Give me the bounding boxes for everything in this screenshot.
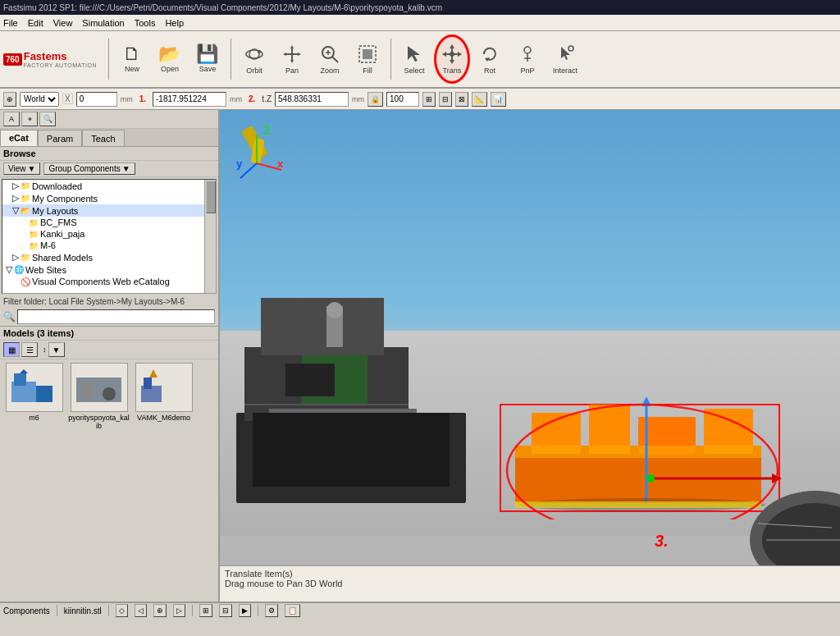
model-view-btn1[interactable]: ▦ xyxy=(3,342,20,357)
svg-rect-46 xyxy=(261,298,384,355)
bottom-nav-btn2[interactable]: ◁ xyxy=(135,604,147,617)
orbit-icon xyxy=(244,43,265,65)
tree-scroll-thumb[interactable] xyxy=(206,181,216,213)
title-text: Fastsimu 2012 SP1: file:///C:/Users/Petr… xyxy=(3,3,442,12)
tree-item-m6[interactable]: 📁 M-6 xyxy=(2,240,216,251)
tab-ecat[interactable]: eCat xyxy=(0,130,38,146)
menu-edit[interactable]: Edit xyxy=(28,18,43,28)
trans-button[interactable]: Trans xyxy=(434,34,470,84)
zoom-button[interactable]: Zoom xyxy=(312,34,348,84)
tree-scrollbar[interactable] xyxy=(204,180,216,293)
toolbar-separator xyxy=(108,39,109,80)
interact-label: Interact xyxy=(553,66,578,75)
svg-rect-12 xyxy=(363,49,372,59)
viewport[interactable]: Z y x xyxy=(220,110,840,602)
tree-item-mycomponents[interactable]: ▷ 📁 My Components xyxy=(2,192,216,204)
tab-teach[interactable]: Teach xyxy=(82,130,124,146)
menu-view[interactable]: View xyxy=(53,18,73,28)
logo-name: Fastems xyxy=(24,50,97,62)
coord-bar: ⊕ World X mm 1. mm 2. t.Z mm 🔒 ⊞ ⊟ ⊠ 📐 📊 xyxy=(0,89,840,110)
coord-tool5[interactable]: 📊 xyxy=(491,92,506,107)
snap-button[interactable]: ⊕ xyxy=(3,92,16,107)
pan-button[interactable]: Pan xyxy=(274,34,310,84)
filter-input[interactable] xyxy=(17,309,215,324)
interact-button[interactable]: Interact xyxy=(547,34,583,84)
tree-item-mylayouts[interactable]: ▽ 📂 My Layouts xyxy=(2,204,216,217)
orbit-button[interactable]: Orbit xyxy=(236,34,272,84)
svg-text:Z: Z xyxy=(263,124,271,137)
menu-file[interactable]: File xyxy=(3,18,18,28)
z-coord-input[interactable] xyxy=(275,92,349,107)
tree-label-catalog: Visual Components Web eCatalog xyxy=(32,277,170,286)
svg-text:x: x xyxy=(277,158,284,170)
coord-tool3[interactable]: ⊠ xyxy=(455,92,468,107)
panel-btn3[interactable]: 🔍 xyxy=(39,112,56,126)
svg-marker-5 xyxy=(283,53,286,56)
group-dropdown[interactable]: Group Components ▼ xyxy=(43,162,135,175)
fill-button[interactable]: Fill xyxy=(349,34,386,84)
bottom-nav-btn4[interactable]: ▷ xyxy=(173,604,185,617)
model-view-btn2[interactable]: ☰ xyxy=(21,342,38,357)
coord-mode-select[interactable]: World xyxy=(20,92,59,107)
bottom-tool-btn3[interactable]: ▶ xyxy=(239,604,251,617)
x-coord-input[interactable] xyxy=(76,92,117,107)
menu-help[interactable]: Help xyxy=(165,18,184,28)
pct-input[interactable] xyxy=(386,92,419,107)
sort-label: ↕ xyxy=(43,345,47,354)
model-item-m6[interactable]: m6 xyxy=(3,363,65,430)
rot-button[interactable]: Rot xyxy=(472,34,508,84)
title-bar: Fastsimu 2012 SP1: file:///C:/Users/Petr… xyxy=(0,0,840,15)
menu-simulation[interactable]: Simulation xyxy=(82,18,124,28)
svg-point-22 xyxy=(524,47,531,53)
coord-tool2[interactable]: ⊟ xyxy=(439,92,452,107)
svg-point-32 xyxy=(103,387,116,400)
bottom-extra-btn2[interactable]: 📋 xyxy=(285,604,300,617)
bottom-tool-btn2[interactable]: ⊟ xyxy=(219,604,232,617)
bottom-extra-btn1[interactable]: ⚙ xyxy=(265,604,278,617)
coord-lock-button[interactable]: 🔒 xyxy=(368,92,383,107)
tree-item-shared[interactable]: ▷ 📁 Shared Models xyxy=(2,251,216,263)
bottom-bar: Components kiinnitin.stl ◇ ◁ ⊕ ▷ ⊞ ⊟ ▶ ⚙… xyxy=(0,602,840,618)
folder-icon: 📁 xyxy=(21,181,30,190)
search-icon: 🔍 xyxy=(3,311,16,323)
rot-icon xyxy=(479,43,500,65)
open-button[interactable]: 📂 Open xyxy=(152,34,188,84)
model-item-vamk[interactable]: VAMK_M6demo xyxy=(133,363,194,430)
coord-tool4[interactable]: 📐 xyxy=(472,92,487,107)
expand-icon: ▷ xyxy=(12,181,19,191)
view-dropdown[interactable]: View ▼ xyxy=(3,162,40,175)
sort-btn[interactable]: ▼ xyxy=(48,342,65,357)
trans-label: Trans xyxy=(443,66,462,75)
svg-marker-16 xyxy=(450,44,454,48)
menu-tools[interactable]: Tools xyxy=(135,18,156,28)
tree-item-bcfms[interactable]: 📁 BC_FMS xyxy=(2,217,216,228)
select-button[interactable]: Select xyxy=(396,34,432,84)
status-area: Translate Item(s) Drag mouse to Pan 3D W… xyxy=(220,565,840,602)
bottom-tool-btn1[interactable]: ⊞ xyxy=(199,604,212,617)
y-coord-input[interactable] xyxy=(153,92,226,107)
pan-icon xyxy=(281,43,303,65)
bottom-nav-btn1[interactable]: ◇ xyxy=(116,604,128,617)
pnp-button[interactable]: PnP xyxy=(509,34,546,84)
tree-item-websitesroot[interactable]: ▽ 🌐 Web Sites xyxy=(2,263,216,276)
sort-controls: ↕ ▼ xyxy=(43,342,65,357)
svg-marker-6 xyxy=(298,53,301,56)
model-item-pyority[interactable]: pyorityspoyota_kalib xyxy=(68,363,130,430)
pnp-label: PnP xyxy=(520,66,534,75)
svg-marker-19 xyxy=(458,52,462,57)
left-panel: A ⌖ 🔍 eCat Param Teach Browse View ▼ xyxy=(0,110,220,602)
save-button[interactable]: 💾 Save xyxy=(189,34,226,84)
coord-tool1[interactable]: ⊞ xyxy=(422,92,436,107)
tab-param[interactable]: Param xyxy=(38,130,82,146)
panel-btn2[interactable]: ⌖ xyxy=(21,112,38,126)
annotation-2: 2. xyxy=(249,94,255,103)
tree-item-kankipaja[interactable]: 📁 Kanki_paja xyxy=(2,228,216,240)
panel-btn1[interactable]: A xyxy=(3,112,20,126)
annotation-3-label: 3. xyxy=(655,532,669,551)
bottom-nav-btn3[interactable]: ⊕ xyxy=(153,604,167,617)
svg-rect-34 xyxy=(144,377,152,389)
tree-item-downloaded[interactable]: ▷ 📁 Downloaded xyxy=(2,180,216,192)
tree-item-webcatalog[interactable]: 🚫 Visual Components Web eCatalog xyxy=(2,276,216,287)
x-unit: mm xyxy=(121,95,133,103)
new-button[interactable]: 🗋 New xyxy=(114,34,150,84)
